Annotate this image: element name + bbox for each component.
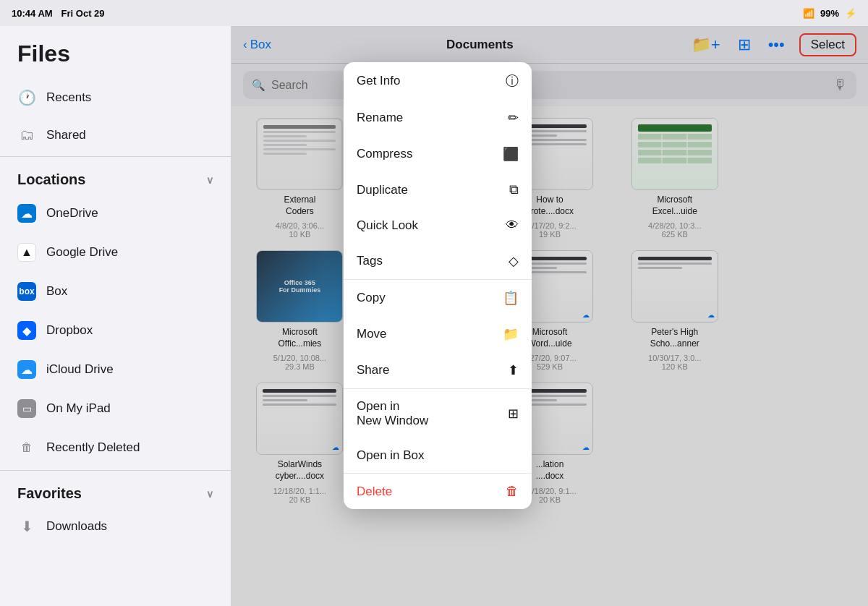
menu-item-tags[interactable]: Tags ◇ [344,243,532,279]
menu-item-label: Rename [357,111,403,125]
menu-item-label: Delete [357,485,392,499]
menu-item-label: Share [357,363,389,377]
sidebar-item-ipad[interactable]: ▭ On My iPad [0,389,231,428]
favorites-section-header[interactable]: Favorites ∨ [0,474,231,508]
sidebar-item-label: Box [46,284,67,299]
sidebar-item-label: OneDrive [46,206,98,221]
divider-2 [0,470,231,471]
new-window-icon: ⊞ [508,406,519,422]
eye-icon: 👁 [506,218,519,233]
date: Fri Oct 29 [61,8,105,19]
menu-item-label: Quick Look [357,218,418,233]
sidebar-item-recently-deleted[interactable]: 🗑 Recently Deleted [0,428,231,467]
battery-level: 99% [820,8,839,19]
menu-item-duplicate[interactable]: Duplicate ⧉ [344,172,532,208]
menu-item-open-in-box[interactable]: Open in Box [344,438,532,473]
menu-item-label: Move [357,327,387,341]
onedrive-icon: ☁ [17,204,36,223]
context-menu-overlay[interactable] [231,26,868,606]
folder-icon: 📁 [503,326,519,342]
sidebar-item-dropbox[interactable]: ◆ Dropbox [0,311,231,350]
sidebar-item-label: Shared [46,128,86,142]
copy-icon: 📋 [503,290,519,306]
googledrive-icon: ▲ [17,243,36,262]
recents-icon: 🕐 [17,89,36,106]
menu-group-4: Delete 🗑 [344,474,532,509]
trash-delete-icon: 🗑 [506,484,519,499]
compress-icon: ⬛ [503,146,519,162]
menu-item-share[interactable]: Share ⬆ [344,352,532,388]
downloads-icon: ⬇ [17,518,36,535]
menu-item-open-new-window[interactable]: Open inNew Window ⊞ [344,389,532,438]
time: 10:44 AM [12,8,53,19]
sidebar-item-label: Recents [46,90,91,105]
menu-item-compress[interactable]: Compress ⬛ [344,136,532,172]
icloud-icon: ☁ [17,360,36,379]
battery-charging-icon: ⚡ [845,8,856,19]
favorites-label: Favorites [17,485,82,502]
menu-item-label: Get Info [357,74,400,88]
ipad-device-icon: ▭ [17,399,36,418]
sidebar-item-onedrive[interactable]: ☁ OneDrive [0,194,231,233]
menu-item-label: Open inNew Window [357,399,428,428]
status-bar: 10:44 AM Fri Oct 29 📶 99% ⚡ [0,0,868,26]
dropbox-icon: ◆ [17,321,36,340]
locations-label: Locations [17,171,85,188]
menu-item-label: Tags [357,254,383,268]
sidebar-item-googledrive[interactable]: ▲ Google Drive [0,233,231,272]
sidebar: Files 🕐 Recents 🗂 Shared Locations ∨ ☁ O… [0,26,231,606]
app-title: Files [0,35,231,79]
menu-item-rename[interactable]: Rename ✏ [344,100,532,136]
main-content: ‹ Box Documents 📁+ ⊞ ••• Select 🔍 🎙 [231,26,868,606]
sidebar-item-box[interactable]: box Box [0,272,231,311]
chevron-down-icon: ∨ [206,174,213,186]
menu-item-label: Open in Box [357,448,425,463]
share-icon: ⬆ [508,362,519,378]
sidebar-item-icloud[interactable]: ☁ iCloud Drive [0,350,231,389]
chevron-down-icon-2: ∨ [206,488,213,500]
sidebar-item-recents[interactable]: 🕐 Recents [0,79,231,116]
sidebar-item-label: Downloads [46,519,107,534]
locations-section-header[interactable]: Locations ∨ [0,160,231,194]
sidebar-item-shared[interactable]: 🗂 Shared [0,116,231,153]
shared-icon: 🗂 [17,127,36,143]
menu-item-delete[interactable]: Delete 🗑 [344,474,532,509]
context-menu: Get Info ⓘ Rename ✏ Compress ⬛ Duplicate… [344,62,532,509]
menu-group-3: Open inNew Window ⊞ Open in Box [344,389,532,474]
info-icon: ⓘ [506,72,519,90]
sidebar-item-label: Recently Deleted [46,440,140,455]
tag-icon: ◇ [509,253,519,269]
menu-item-label: Duplicate [357,183,408,197]
menu-item-get-info[interactable]: Get Info ⓘ [344,62,532,100]
box-icon: box [17,282,36,301]
pencil-icon: ✏ [508,110,519,126]
duplicate-icon: ⧉ [509,182,519,197]
sidebar-item-label: Dropbox [46,323,93,338]
sidebar-item-label: iCloud Drive [46,362,114,377]
trash-icon: 🗑 [17,438,36,457]
menu-group-1: Get Info ⓘ Rename ✏ Compress ⬛ Duplicate… [344,62,532,280]
wifi-icon: 📶 [803,8,814,19]
sidebar-item-label: On My iPad [46,401,111,416]
sidebar-item-downloads[interactable]: ⬇ Downloads [0,508,231,545]
menu-group-2: Copy 📋 Move 📁 Share ⬆ [344,280,532,389]
sidebar-item-label: Google Drive [46,245,118,260]
menu-item-move[interactable]: Move 📁 [344,316,532,352]
menu-item-quick-look[interactable]: Quick Look 👁 [344,208,532,243]
divider [0,156,231,157]
menu-item-label: Compress [357,147,412,161]
menu-item-copy[interactable]: Copy 📋 [344,280,532,316]
menu-item-label: Copy [357,291,386,305]
